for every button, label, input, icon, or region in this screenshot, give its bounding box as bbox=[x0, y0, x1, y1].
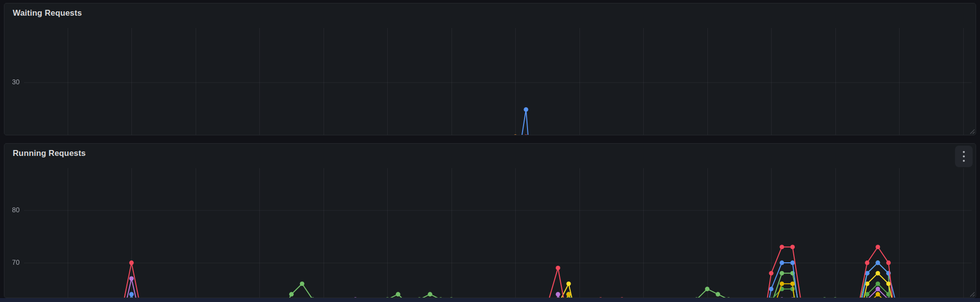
panel-header: Waiting Requests bbox=[4, 3, 976, 22]
panel-resize-handle[interactable] bbox=[969, 291, 975, 297]
running-requests-chart[interactable] bbox=[4, 162, 976, 298]
panel-title[interactable]: Running Requests bbox=[13, 149, 86, 158]
waiting-requests-chart[interactable] bbox=[4, 22, 976, 135]
kebab-vertical-icon bbox=[963, 151, 965, 153]
panel-menu-button[interactable] bbox=[955, 146, 973, 167]
panel-resize-handle[interactable] bbox=[969, 128, 975, 134]
panel-waiting-requests: Waiting Requests bbox=[4, 3, 976, 135]
panel-header: Running Requests bbox=[4, 144, 976, 162]
resize-grip-icon bbox=[969, 291, 975, 297]
resize-grip-icon bbox=[969, 128, 975, 134]
panel-running-requests: Running Requests bbox=[4, 143, 976, 298]
viewport-bottom-strip bbox=[0, 298, 980, 302]
panel-title[interactable]: Waiting Requests bbox=[13, 8, 82, 18]
